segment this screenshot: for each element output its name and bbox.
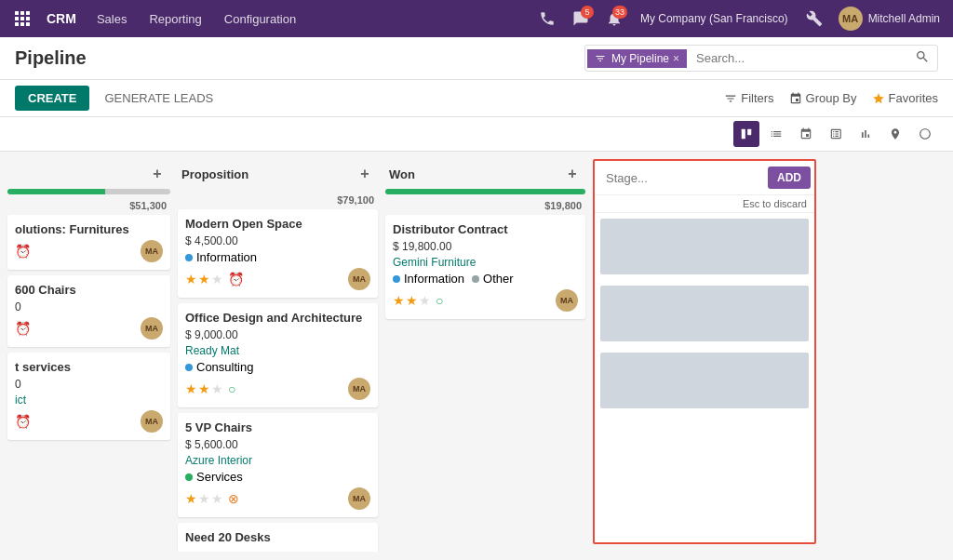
stage-name-input[interactable] bbox=[600, 167, 768, 189]
col-title-proposition: Proposition bbox=[181, 167, 248, 181]
svg-rect-3 bbox=[15, 17, 19, 20]
card-amount: $ 9,000.00 bbox=[185, 328, 370, 341]
kanban-card[interactable]: olutions: Furnitures ⏰ MA bbox=[7, 215, 170, 270]
star: ★ bbox=[185, 491, 197, 506]
list-view-icon[interactable] bbox=[763, 121, 789, 147]
search-bar: My Pipeline × bbox=[584, 45, 938, 72]
star: ★ bbox=[185, 272, 197, 287]
filters-button[interactable]: Filters bbox=[724, 91, 773, 105]
apps-grid-icon[interactable] bbox=[7, 0, 37, 37]
star: ★ bbox=[211, 381, 223, 396]
col-progress-1 bbox=[7, 189, 170, 194]
kanban-card[interactable]: t services 0 ict ⏰ MA bbox=[7, 353, 170, 440]
nav-right-section: 5 33 My Company (San Francisco) MA Mitch… bbox=[532, 4, 946, 33]
activity-clock-icon: ⏰ bbox=[15, 321, 31, 336]
card-tags: Information Other bbox=[393, 272, 578, 286]
star: ★ bbox=[198, 381, 210, 396]
map-view-icon[interactable] bbox=[882, 121, 908, 147]
chart-view-icon[interactable] bbox=[852, 121, 879, 147]
card-footer: ⏰ MA bbox=[15, 240, 163, 262]
card-company: Ready Mat bbox=[185, 344, 370, 357]
star-rating: ★ ★ ★ ○ bbox=[185, 381, 235, 396]
filter-tag-label: My Pipeline bbox=[611, 52, 669, 65]
kanban-card[interactable]: 600 Chairs 0 ⏰ MA bbox=[7, 275, 170, 347]
tag-label: Information bbox=[196, 250, 257, 264]
nav-sales[interactable]: Sales bbox=[86, 0, 139, 37]
card-title: t services bbox=[15, 360, 163, 374]
avatar: MA bbox=[141, 410, 163, 433]
activity-icon: ⊗ bbox=[228, 491, 239, 506]
kanban-card[interactable]: Office Design and Architecture $ 9,000.0… bbox=[178, 303, 378, 407]
tag-dot bbox=[185, 364, 193, 371]
col-header-proposition: Proposition + bbox=[178, 159, 378, 189]
activity-badge: 33 bbox=[612, 6, 627, 19]
favorites-button[interactable]: Favorites bbox=[872, 91, 938, 105]
star: ★ bbox=[185, 381, 197, 396]
kanban-column-proposition: Proposition + $79,100 Modern Open Space … bbox=[178, 159, 378, 544]
star: ★ bbox=[393, 293, 405, 308]
filter-tag-close[interactable]: × bbox=[673, 52, 679, 65]
nav-configuration[interactable]: Configuration bbox=[213, 0, 307, 37]
card-amount: 0 bbox=[15, 378, 163, 391]
top-navigation: CRM Sales Reporting Configuration 5 33 M… bbox=[0, 0, 953, 37]
avatar: MA bbox=[141, 317, 163, 340]
placeholder-card-3 bbox=[600, 353, 809, 408]
card-title: 5 VP Chairs bbox=[185, 420, 370, 434]
svg-rect-1 bbox=[20, 11, 24, 15]
kanban-card[interactable]: Need 20 Desks bbox=[178, 523, 378, 552]
phone-icon[interactable] bbox=[532, 4, 562, 33]
placeholder-card-1 bbox=[600, 219, 809, 274]
kanban-card[interactable]: Distributor Contract $ 19,800.00 Gemini … bbox=[385, 215, 585, 319]
svg-rect-6 bbox=[15, 22, 19, 26]
settings-view-icon[interactable] bbox=[912, 121, 938, 147]
view-bar bbox=[0, 117, 953, 152]
svg-rect-7 bbox=[20, 22, 24, 26]
favorites-label: Favorites bbox=[889, 91, 938, 105]
calendar-view-icon[interactable] bbox=[793, 121, 819, 147]
activity-icon: ⏰ bbox=[228, 272, 244, 287]
col-header-won: Won + bbox=[385, 159, 585, 189]
settings-icon[interactable] bbox=[799, 4, 829, 33]
groupby-label: Group By bbox=[806, 91, 857, 105]
tag-label: Consulting bbox=[196, 360, 253, 374]
card-title: 600 Chairs bbox=[15, 283, 163, 297]
col-add-1[interactable]: + bbox=[148, 165, 167, 183]
col-add-proposition[interactable]: + bbox=[356, 165, 374, 183]
avatar: MA bbox=[556, 289, 578, 312]
activity-icon: ○ bbox=[436, 293, 443, 308]
add-stage-button[interactable]: ADD bbox=[768, 167, 811, 189]
nav-reporting[interactable]: Reporting bbox=[138, 0, 212, 37]
kanban-card[interactable]: Modern Open Space $ 4,500.00 Information… bbox=[178, 209, 378, 298]
card-footer: ★ ★ ★ ⊗ MA bbox=[185, 487, 370, 510]
table-view-icon[interactable] bbox=[823, 121, 849, 147]
filter-tag-mypipeline[interactable]: My Pipeline × bbox=[587, 49, 687, 68]
app-name[interactable]: CRM bbox=[37, 11, 86, 26]
tag-dot bbox=[185, 254, 193, 261]
generate-leads-button[interactable]: GENERATE LEADS bbox=[97, 86, 221, 111]
card-company: Gemini Furniture bbox=[393, 256, 578, 269]
card-tags: Consulting bbox=[185, 360, 370, 374]
company-name[interactable]: My Company (San Francisco) bbox=[633, 12, 796, 25]
card-tags: Services bbox=[185, 470, 370, 484]
discard-hint-text[interactable]: Esc to discard bbox=[743, 198, 807, 209]
col-add-won[interactable]: + bbox=[563, 165, 582, 183]
chat-icon[interactable]: 5 bbox=[566, 4, 596, 33]
card-title: Office Design and Architecture bbox=[185, 311, 370, 325]
activity-icon[interactable]: 33 bbox=[599, 4, 629, 33]
card-footer: ★ ★ ★ ⏰ MA bbox=[185, 268, 370, 290]
stage-input-row: ADD bbox=[595, 161, 814, 195]
star: ★ bbox=[211, 272, 223, 287]
groupby-button[interactable]: Group By bbox=[789, 91, 857, 105]
svg-rect-2 bbox=[26, 11, 30, 15]
tag-dot bbox=[185, 473, 193, 481]
chat-badge: 5 bbox=[581, 6, 594, 19]
discard-hint: Esc to discard bbox=[595, 195, 814, 213]
star-rating: ★ ★ ★ ⏰ bbox=[185, 272, 244, 287]
kanban-view-icon[interactable] bbox=[733, 121, 759, 147]
kanban-card[interactable]: 5 VP Chairs $ 5,600.00 Azure Interior Se… bbox=[178, 413, 378, 517]
user-menu[interactable]: MA Mitchell Admin bbox=[833, 7, 946, 31]
search-input[interactable] bbox=[689, 47, 907, 69]
svg-rect-8 bbox=[26, 22, 30, 26]
create-button[interactable]: CREATE bbox=[15, 86, 89, 111]
search-icon[interactable] bbox=[907, 46, 937, 71]
